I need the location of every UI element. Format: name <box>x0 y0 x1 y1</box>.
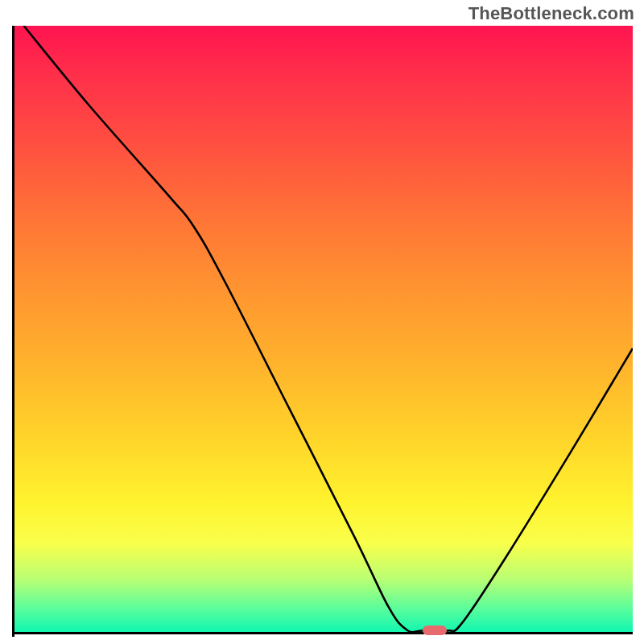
plot-area <box>14 26 633 634</box>
bottleneck-curve <box>14 26 633 634</box>
chart-wrap: TheBottleneck.com <box>0 0 644 644</box>
watermark-text: TheBottleneck.com <box>469 3 634 24</box>
x-axis <box>14 632 633 634</box>
optimum-marker <box>423 625 447 635</box>
curve-path <box>24 26 633 632</box>
y-axis <box>12 26 14 637</box>
